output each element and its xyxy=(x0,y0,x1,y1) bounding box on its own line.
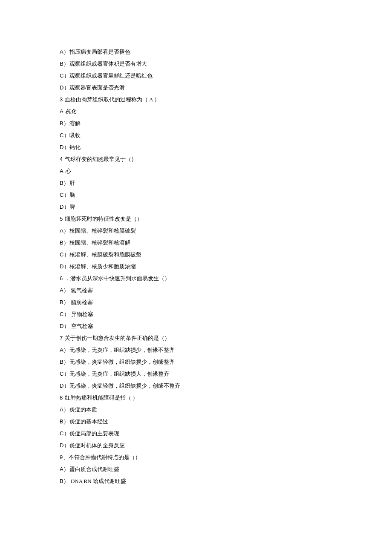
text-line: A）核固缩、核碎裂和核膜破裂 xyxy=(60,228,332,233)
line-label: A） xyxy=(60,287,69,293)
text-line: 9、不符合肿瘤代谢特点的是（） xyxy=(60,454,332,460)
line-label: A） xyxy=(60,347,69,353)
text-line: C）脑 xyxy=(60,192,332,198)
line-text: 气球样变的细胞最常见于（） xyxy=(65,156,137,162)
line-text: 脂肪栓塞 xyxy=(69,299,93,305)
text-line: A）指压病变局部看是否褪色 xyxy=(60,49,332,55)
line-text: 脑 xyxy=(69,192,75,198)
line-label: B） xyxy=(60,239,69,246)
text-line: B）肝 xyxy=(60,180,332,186)
text-line: A）炎症的本质 xyxy=(60,407,332,412)
text-line: 8 红肿热痛和机能障碍是指（ ） xyxy=(60,395,332,400)
text-line: D）无感染，炎症轻微，组织缺损少，创缘不整齐 xyxy=(60,383,332,388)
text-line: C）吸收 xyxy=(60,132,332,138)
line-label: 6 ． xyxy=(60,275,70,282)
line-label: 3 xyxy=(60,96,65,103)
line-label: C） xyxy=(60,251,69,258)
line-text: 核固缩、核碎裂和核溶解 xyxy=(69,239,130,246)
line-label: A） xyxy=(60,227,69,234)
text-line: C） 异物栓塞 xyxy=(60,311,332,317)
line-label: B） xyxy=(60,120,69,127)
line-text: 炎症的基本经过 xyxy=(69,418,108,425)
line-label: A xyxy=(60,168,65,174)
line-text: 无感染，炎症轻微，组织缺损少，创缘不整齐 xyxy=(69,382,180,389)
line-label: 7 xyxy=(60,335,65,341)
line-text: 无感染，无炎症，组织缺损大，创缘整齐 xyxy=(69,371,169,377)
question-list: A）指压病变局部看是否褪色B）观察组织或器官体积是否有增大C）观察组织或器官呈鲜… xyxy=(60,49,332,484)
text-line: A 机化 xyxy=(60,109,332,114)
line-text: 观察组织或器官呈鲜红还是暗红色 xyxy=(69,72,153,79)
line-label: C） xyxy=(60,311,69,317)
text-line: D）核溶解、核质少和胞质浓缩 xyxy=(60,264,332,269)
line-label: 5 xyxy=(60,216,65,222)
line-label: D） xyxy=(60,263,69,270)
line-text: 钙化 xyxy=(69,144,81,150)
line-text: 吸收 xyxy=(69,132,81,138)
line-label: D） xyxy=(60,144,69,150)
line-text: 关于创伤一期愈合发生的条件正确的是（） xyxy=(65,335,170,341)
text-line: D）炎症时机体的全身反应 xyxy=(60,443,332,448)
line-text: 炎症时机体的全身反应 xyxy=(69,442,125,449)
text-line: C）核溶解、核膜破裂和胞膜破裂 xyxy=(60,252,332,257)
line-text: 核溶解、核质少和胞质浓缩 xyxy=(69,263,136,270)
line-label: C） xyxy=(60,430,69,437)
line-text: 蛋白质合成代谢旺盛 xyxy=(69,466,119,472)
line-text: 异物栓塞 xyxy=(69,311,93,317)
text-line: A 心 xyxy=(60,168,332,174)
line-label: D） xyxy=(60,84,69,91)
line-text: 空气栓塞 xyxy=(69,323,93,329)
line-text: 无感染，无炎症，组织缺损少，创缘不整齐 xyxy=(69,347,175,353)
line-label: B） xyxy=(60,299,69,305)
line-text: 机化 xyxy=(65,108,76,115)
line-label: 4 xyxy=(60,156,65,162)
text-line: D）观察器官表面是否光滑 xyxy=(60,85,332,90)
text-line: 4 气球样变的细胞最常见于（） xyxy=(60,156,332,162)
document-page: A）指压病变局部看是否褪色B）观察组织或器官体积是否有增大C）观察组织或器官呈鲜… xyxy=(0,0,332,516)
line-label: A） xyxy=(60,466,69,472)
line-text: 红肿热痛和机能障碍是指（ ） xyxy=(65,394,138,401)
line-text: 细胞坏死时的特征性改变是（） xyxy=(65,216,142,222)
text-line: B）溶解 xyxy=(60,121,332,126)
line-label: C） xyxy=(60,72,69,79)
text-line: C）炎症局部的主要表现 xyxy=(60,431,332,436)
line-label: A） xyxy=(60,406,69,413)
line-label: C） xyxy=(60,192,69,198)
line-text: 炎症局部的主要表现 xyxy=(69,430,119,437)
line-label: D） xyxy=(60,442,69,449)
line-label: D） xyxy=(60,382,69,389)
line-text: 血栓由肉芽组织取代的过程称为（ A ） xyxy=(65,96,160,103)
text-line: B）核固缩、核碎裂和核溶解 xyxy=(60,240,332,245)
line-text: 核固缩、核碎裂和核膜破裂 xyxy=(69,227,136,234)
line-text: 观察组织或器官体积是否有增大 xyxy=(69,60,147,67)
line-label: D） xyxy=(60,204,69,210)
text-line: B） DNA RN 蛤成代谢旺盛 xyxy=(60,478,332,484)
line-label: B） xyxy=(60,418,69,425)
line-label: B） xyxy=(60,359,69,365)
line-label: C） xyxy=(60,132,69,138)
line-text: 溶解 xyxy=(69,120,81,127)
text-line: B）无感染，炎症轻微，组织缺损少，创缘整齐 xyxy=(60,359,332,365)
line-text: 炎症的本质 xyxy=(69,406,97,413)
line-text: 氮气栓塞 xyxy=(69,287,93,293)
line-label: C） xyxy=(60,371,69,377)
text-line: C）无感染，无炎症，组织缺损大，创缘整齐 xyxy=(60,371,332,377)
line-text: 观察器官表面是否光滑 xyxy=(69,84,125,91)
text-line: 7 关于创伤一期愈合发生的条件正确的是（） xyxy=(60,335,332,341)
line-text: 不符合肿瘤代谢特点的是（） xyxy=(69,454,141,460)
text-line: 5 细胞坏死时的特征性改变是（） xyxy=(60,216,332,221)
text-line: D）钙化 xyxy=(60,144,332,150)
line-text: 核溶解、核膜破裂和胞膜破裂 xyxy=(69,251,141,258)
text-line: C）观察组织或器官呈鲜红还是暗红色 xyxy=(60,73,332,78)
line-label: B） xyxy=(60,478,69,484)
text-line: A）蛋白质合成代谢旺盛 xyxy=(60,466,332,472)
line-label: D） xyxy=(60,323,69,329)
text-line: 3 血栓由肉芽组织取代的过程称为（ A ） xyxy=(60,97,332,102)
text-line: D）脾 xyxy=(60,204,332,210)
line-label: A） xyxy=(60,49,69,55)
line-text: 指压病变局部看是否褪色 xyxy=(69,49,130,55)
line-text: DNA RN 蛤成代谢旺盛 xyxy=(69,478,126,484)
line-text: 潜水员从深水中快速升到水面易发生（） xyxy=(70,275,170,282)
line-label: 9、 xyxy=(60,454,69,460)
text-line: B）炎症的基本经过 xyxy=(60,419,332,424)
line-label: A xyxy=(60,108,65,115)
